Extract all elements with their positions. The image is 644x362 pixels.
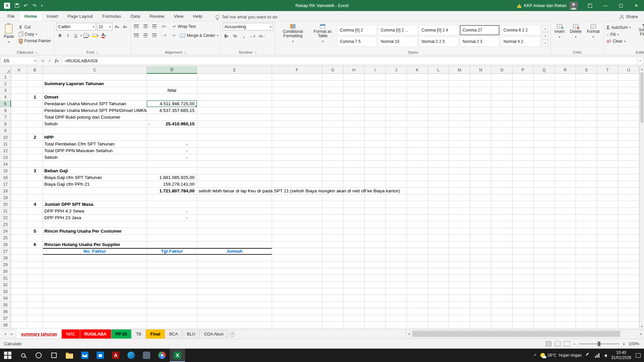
cell-O31[interactable] (491, 275, 513, 282)
cell-O16[interactable] (491, 174, 513, 181)
formula-input[interactable]: =RUGILABA!G9 (62, 57, 637, 65)
cell-G38[interactable] (322, 322, 343, 328)
cell-E19[interactable] (197, 194, 272, 201)
cell-N32[interactable] (470, 282, 491, 288)
row-header-22[interactable]: 22 (0, 215, 11, 221)
row-header-28[interactable]: 28 (0, 255, 11, 261)
taskbar-task-view-button[interactable] (46, 349, 62, 362)
cell-O35[interactable] (491, 302, 513, 308)
row-header-17[interactable]: 17 (0, 181, 11, 188)
style-chip-comma-0-2-[interactable]: Comma [0] 2 ... (378, 25, 418, 35)
cell-H12[interactable] (343, 147, 365, 154)
cell-A5[interactable] (11, 101, 27, 107)
cell-A29[interactable] (11, 261, 27, 268)
cell-F9[interactable] (272, 127, 322, 134)
cell-H27[interactable] (343, 248, 365, 255)
cell-M34[interactable] (449, 295, 470, 302)
cell-N20[interactable] (470, 201, 491, 208)
cell-M36[interactable] (449, 308, 470, 315)
cell-I17[interactable] (365, 181, 386, 188)
cell-H9[interactable] (343, 127, 365, 134)
cell-H37[interactable] (343, 315, 365, 322)
cell-M27[interactable] (449, 248, 470, 255)
cell-S16[interactable] (576, 174, 597, 181)
cell-F8[interactable] (272, 121, 322, 127)
cell-U8[interactable] (618, 121, 639, 127)
cell-S6[interactable] (576, 107, 597, 114)
number-format-select[interactable]: Accounting▾ (223, 23, 273, 31)
cell-T14[interactable] (597, 161, 618, 168)
cell-N16[interactable] (470, 174, 491, 181)
cell-P17[interactable] (513, 181, 534, 188)
cell-O20[interactable] (491, 201, 513, 208)
cell-H15[interactable] (343, 168, 365, 174)
cell-Q31[interactable] (534, 275, 555, 282)
cell-R34[interactable] (555, 295, 576, 302)
cell-O26[interactable] (491, 241, 513, 248)
cell-A37[interactable] (11, 315, 27, 322)
cell-J7[interactable] (386, 114, 407, 121)
cell-R13[interactable] (555, 154, 576, 161)
cell-J37[interactable] (386, 315, 407, 322)
cell-R24[interactable] (555, 228, 576, 235)
tell-me-box[interactable]: Tell me what you want to do (216, 14, 278, 21)
cell-M2[interactable] (449, 80, 470, 87)
cell-D10[interactable] (147, 134, 197, 141)
cell-E29[interactable] (197, 261, 272, 268)
cell-E26[interactable] (197, 241, 272, 248)
column-header-O[interactable]: O (491, 66, 513, 74)
cell-J32[interactable] (386, 282, 407, 288)
cell-S12[interactable] (576, 147, 597, 154)
cell-L19[interactable] (428, 194, 449, 201)
cell-N23[interactable] (470, 221, 491, 228)
cell-C27[interactable]: No. Faktur (43, 248, 147, 255)
cell-L20[interactable] (428, 201, 449, 208)
row-header-21[interactable]: 21 (0, 208, 11, 215)
cell-K12[interactable] (407, 147, 428, 154)
clock[interactable]: 10:40 31/01/2026 (611, 350, 631, 360)
cell-U38[interactable] (618, 322, 639, 328)
cell-T34[interactable] (597, 295, 618, 302)
cell-H36[interactable] (343, 308, 365, 315)
cell-J38[interactable] (386, 322, 407, 328)
cell-G23[interactable] (322, 221, 343, 228)
cell-F27[interactable] (272, 248, 322, 255)
cell-P2[interactable] (513, 80, 534, 87)
cell-N25[interactable] (470, 235, 491, 241)
row-header-9[interactable]: 9 (0, 127, 11, 134)
alignment-dialog-launcher-icon[interactable]: ↘ (184, 51, 186, 54)
row-header-24[interactable]: 24 (0, 228, 11, 235)
cell-A36[interactable] (11, 308, 27, 315)
font-size-select[interactable]: 11▾ (97, 23, 112, 31)
cell-L5[interactable] (428, 101, 449, 107)
cell-D32[interactable] (147, 282, 197, 288)
cell-F16[interactable] (272, 174, 322, 181)
taskbar-search-button[interactable] (15, 349, 31, 362)
cell-N11[interactable] (470, 141, 491, 147)
cell-F12[interactable] (272, 147, 322, 154)
cell-E35[interactable] (197, 302, 272, 308)
cell-G30[interactable] (322, 268, 343, 275)
cell-B36[interactable] (27, 308, 43, 315)
cell-J17[interactable] (386, 181, 407, 188)
format-cells-button[interactable]: Format▾ (585, 23, 601, 49)
cell-L3[interactable] (428, 87, 449, 94)
cell-J35[interactable] (386, 302, 407, 308)
italic-button[interactable]: I (64, 32, 71, 39)
cell-A15[interactable] (11, 168, 27, 174)
cell-G26[interactable] (322, 241, 343, 248)
cell-J11[interactable] (386, 141, 407, 147)
cell-K23[interactable] (407, 221, 428, 228)
close-button[interactable]: ✕ (629, 0, 644, 11)
cell-B34[interactable] (27, 295, 43, 302)
row-header-29[interactable]: 29 (0, 261, 11, 268)
cell-G4[interactable] (322, 94, 343, 101)
cell-E36[interactable] (197, 308, 272, 315)
cell-D31[interactable] (147, 275, 197, 282)
taskbar-mail-button[interactable] (77, 349, 93, 362)
cell-G7[interactable] (322, 114, 343, 121)
horizontal-scrollbar[interactable]: ◄ ► (406, 329, 644, 339)
column-header-E[interactable]: E (197, 66, 272, 74)
cell-Q30[interactable] (534, 268, 555, 275)
cell-B13[interactable] (27, 154, 43, 161)
